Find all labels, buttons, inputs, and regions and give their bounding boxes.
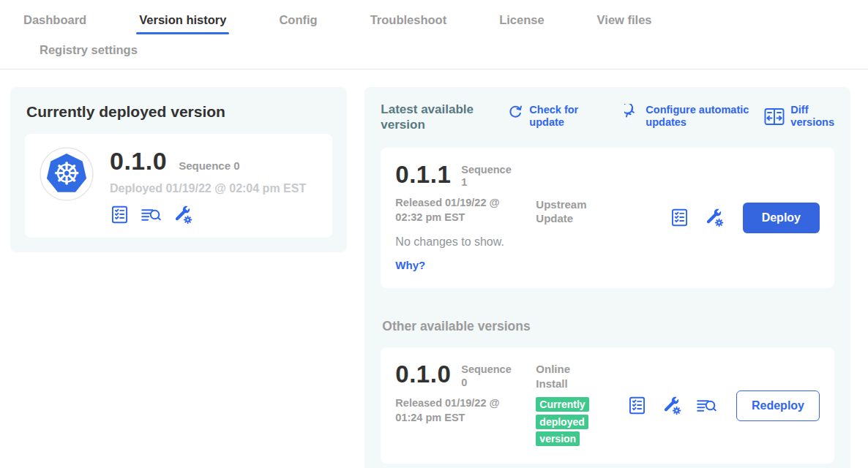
top-navigation: Dashboard Version history Config Trouble…	[0, 0, 868, 69]
latest-version-number: 0.1.1	[395, 162, 451, 186]
clock-refresh-icon	[624, 104, 640, 129]
tab-view-files[interactable]: View files	[596, 10, 654, 39]
tab-license[interactable]: License	[498, 10, 545, 39]
edit-config-icon[interactable]	[173, 205, 192, 224]
preflight-checklist-icon[interactable]	[670, 208, 689, 227]
tab-registry-settings[interactable]: Registry settings	[38, 40, 139, 57]
other-version-card: 0.1.0 Sequence 0 Released 01/19/22 @ 01:…	[381, 347, 834, 463]
tab-config[interactable]: Config	[277, 10, 318, 39]
latest-version-title: Latest available version	[381, 102, 489, 133]
edit-config-icon[interactable]	[704, 208, 724, 227]
tab-version-history[interactable]: Version history	[138, 10, 228, 39]
why-link[interactable]: Why?	[395, 259, 425, 271]
latest-released-timestamp: Released 01/19/22 @ 02:32 pm EST	[395, 196, 512, 224]
diff-versions-label: Diff versions	[790, 104, 834, 129]
available-versions-panel: Latest available version Check for updat…	[364, 87, 850, 468]
edit-config-icon[interactable]	[662, 396, 681, 415]
currently-deployed-panel: Currently deployed version ☸ 0.1.0 Seque…	[10, 87, 347, 252]
check-for-update-label: Check for update	[529, 104, 588, 129]
redeploy-button[interactable]: Redeploy	[736, 390, 820, 421]
preflight-checklist-icon[interactable]	[627, 396, 647, 415]
deploy-logs-icon[interactable]	[141, 205, 162, 224]
other-source-label: Online Install	[536, 362, 594, 390]
svg-text:☸: ☸	[53, 156, 81, 192]
deployed-sequence: Sequence 0	[179, 159, 239, 172]
diff-columns-icon	[764, 107, 785, 126]
kubernetes-icon: ☸	[40, 147, 94, 201]
tab-dashboard[interactable]: Dashboard	[22, 10, 88, 39]
currently-deployed-card: ☸ 0.1.0 Sequence 0 Deployed 01/19/22 @ 0…	[25, 134, 332, 238]
other-version-number: 0.1.0	[395, 362, 451, 386]
deploy-button[interactable]: Deploy	[743, 203, 820, 233]
preflight-checklist-icon[interactable]	[110, 205, 130, 224]
no-changes-text: No changes to show.	[395, 235, 536, 249]
other-sequence: Sequence 0	[461, 363, 512, 389]
currently-deployed-badge: Currently deployed version	[536, 397, 588, 445]
check-for-update-link[interactable]: Check for update	[508, 104, 588, 129]
tab-troubleshoot[interactable]: Troubleshoot	[369, 10, 449, 39]
configure-automatic-updates-label: Configure automatic updates	[646, 104, 764, 129]
latest-source-label: Upstream Update	[536, 197, 594, 226]
latest-version-header: Latest available version Check for updat…	[381, 102, 834, 133]
nav-row-2: Registry settings	[0, 39, 868, 69]
deployed-info: 0.1.0 Sequence 0 Deployed 01/19/22 @ 02:…	[110, 147, 306, 224]
main-content: Currently deployed version ☸ 0.1.0 Seque…	[0, 69, 868, 468]
latest-sequence: Sequence 1	[461, 164, 512, 189]
diff-versions-link[interactable]: Diff versions	[764, 104, 834, 129]
deploy-logs-icon[interactable]	[696, 396, 717, 415]
nav-row-1: Dashboard Version history Config Trouble…	[0, 10, 868, 39]
refresh-arrow-icon	[508, 104, 523, 129]
other-versions-title: Other available versions	[382, 319, 833, 334]
deployed-timestamp: Deployed 01/19/22 @ 02:04 pm EST	[110, 182, 306, 195]
configure-automatic-updates-link[interactable]: Configure automatic updates	[624, 104, 764, 129]
currently-deployed-title: Currently deployed version	[26, 103, 332, 121]
latest-version-card: 0.1.1 Sequence 1 Released 01/19/22 @ 02:…	[381, 148, 834, 289]
deployed-version-number: 0.1.0	[110, 148, 167, 173]
other-released-timestamp: Released 01/19/22 @ 01:24 pm EST	[395, 396, 512, 425]
